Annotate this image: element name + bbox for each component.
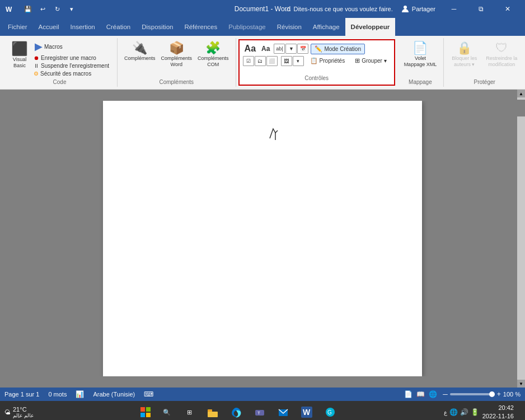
visual-basic-button[interactable]: ⬛ VisualBasic [9,39,30,71]
tab-creation[interactable]: Création [101,18,136,36]
enregistrer-macro-button[interactable]: ⏺ Enregistrer une macro [32,54,110,62]
content-control-button[interactable]: ⬜ [266,56,278,66]
tab-fichier[interactable]: Fichier [2,18,33,36]
controls-row2: ☑ 🗂 ⬜ 🖼 ▾ 📋 Propriétés ⊞ [243,55,391,66]
taskbar-widgets[interactable]: ⊞ [178,401,200,420]
aa-large-button[interactable]: Aa [243,43,257,54]
bloquer-auteurs-button[interactable]: 🔒 Bloquer lesauteurs ▾ [448,39,480,69]
clock[interactable]: 20:42 2022-11-16 [482,404,514,420]
status-right: 📄 📖 🌐 ─ + 100 % [402,389,521,400]
grouper-button[interactable]: ⊞ Grouper ▾ [351,55,390,66]
scrollbar-up-arrow[interactable]: ▲ [517,90,525,97]
proprietes-label: Propriétés [320,58,345,64]
document-area[interactable]: ▲ ▼ [0,90,525,388]
redo-qat-button[interactable]: ↻ [50,2,64,16]
document-page[interactable] [103,101,422,376]
title-bar-left: W 💾 ↩ ↻ ▾ [4,2,78,16]
proteger-group-label: Protéger [448,77,521,87]
complements-button[interactable]: 🔌 Compléments [122,39,158,63]
text-field-button[interactable]: ab| [274,44,285,54]
read-mode-button[interactable]: 📖 [415,389,426,400]
taskbar-mail[interactable] [272,401,294,420]
vertical-scrollbar[interactable]: ▲ ▼ [517,90,525,388]
complements-word-button[interactable]: 📦 ComplémentsWord [159,39,195,69]
restreindre-button[interactable]: 🛡 Restreindre lamodification [482,39,521,69]
proprietes-button[interactable]: 📋 Propriétés [306,55,349,66]
tab-insertion[interactable]: Insertion [65,18,101,36]
system-tray: ع 🌐 🔊 🔋 [444,408,479,416]
aa-small-button[interactable]: Aa [260,44,271,53]
taskbar-app6[interactable]: G [319,401,341,420]
date-button[interactable]: 📅 [297,44,308,54]
suspendre-button[interactable]: ⏸ Suspendre l'enregistrement [32,62,110,69]
more-controls-button[interactable]: ▾ [293,56,304,66]
restrict-icon: 🛡 [495,41,508,55]
close-button[interactable]: ✕ [495,0,521,18]
ribbon: Fichier Accueil Insertion Création Dispo… [0,18,525,90]
search-button[interactable]: 🔍 [157,402,177,420]
image-control-button[interactable]: 🖼 [281,56,292,66]
status-left: Page 1 sur 1 0 mots 📊 Arabe (Tunisie) ⌨ [4,390,153,398]
securite-macros-button[interactable]: ⚙ Sécurité des macros [32,70,110,77]
save-qat-button[interactable]: 💾 [21,2,35,16]
volet-mappage-button[interactable]: 📄 VoletMappage XML [402,39,439,69]
date-display: 2022-11-16 [482,412,514,420]
combo-button[interactable]: ▼ [285,44,297,54]
taskbar-word[interactable]: W [296,401,318,420]
tab-revision[interactable]: Révision [271,18,307,36]
scrollbar-down-arrow[interactable]: ▼ [517,380,525,388]
group-proteger: 🔒 Bloquer lesauteurs ▾ 🛡 Restreindre lam… [444,38,525,87]
mode-creation-button[interactable]: ✏️ Mode Création [311,44,365,54]
zoom-thumb[interactable] [489,391,495,397]
print-layout-button[interactable]: 📄 [402,389,414,400]
restore-button[interactable]: ⧉ [468,0,494,18]
macros-button[interactable]: ▶ Macros [32,39,110,54]
share-button[interactable]: Partager [412,6,435,12]
mappage-group-label: Mappage [402,77,439,87]
start-button[interactable] [135,402,156,420]
page-content[interactable] [103,101,422,146]
document-scroll-area[interactable] [11,101,514,376]
securite-label: Sécurité des macros [40,71,91,77]
minimize-button[interactable]: ─ [441,0,467,18]
legacy-form-button[interactable]: 🗂 [255,56,266,66]
time-display: 20:42 [482,404,514,412]
weather-info: 21°C عالم عاِلم [13,406,34,418]
vb-icon: ⬛ [11,41,28,57]
web-layout-button[interactable]: 🌐 [427,389,438,400]
input-mode-icon: ⌨ [144,390,153,398]
customize-qat-button[interactable]: ▾ [65,2,78,16]
grouper-label: Grouper ▾ [362,58,386,64]
zoom-minus-button[interactable]: ─ [443,390,448,398]
person-icon [401,4,410,13]
checkbox-button[interactable]: ☑ [243,56,254,66]
zoom-plus-button[interactable]: + [497,390,501,398]
scrollbar-thumb[interactable] [517,100,525,116]
complements-com-button[interactable]: 🧩 ComplémentsCOM [195,39,231,69]
file-explorer-icon [207,406,219,418]
tab-publipostage[interactable]: Publipostage [223,18,271,36]
edge-icon [231,407,242,418]
tab-accueil[interactable]: Accueil [33,18,65,36]
tab-developpeur[interactable]: Développeur [345,18,396,36]
svg-rect-6 [140,413,145,417]
undo-qat-button[interactable]: ↩ [36,2,49,16]
controls-row1: Aa Aa ab| ▼ 📅 ✏️ Mode Création [243,43,365,54]
weather-widget[interactable]: 🌤 21°C عالم عاِلم [4,406,34,418]
taskbar-edge[interactable] [225,401,247,420]
pause-icon: ⏸ [34,63,39,69]
tab-affichage[interactable]: Affichage [307,18,345,36]
search-bar[interactable]: Dites-nous ce que vous voulez faire. [293,6,392,12]
taskbar-teams[interactable]: T [249,401,271,420]
svg-text:G: G [327,409,332,416]
zoom-slider[interactable] [450,393,495,395]
svg-rect-4 [140,407,145,412]
word-taskbar-icon: W [301,407,312,418]
bloquer-label: Bloquer lesauteurs ▾ [452,55,477,68]
taskbar-file-explorer[interactable] [201,401,224,420]
tray-battery: 🔋 [471,408,479,416]
tab-references[interactable]: Références [179,18,223,36]
tray-lang: ع [444,409,447,416]
show-desktop-button[interactable] [517,404,521,420]
tab-disposition[interactable]: Disposition [136,18,179,36]
